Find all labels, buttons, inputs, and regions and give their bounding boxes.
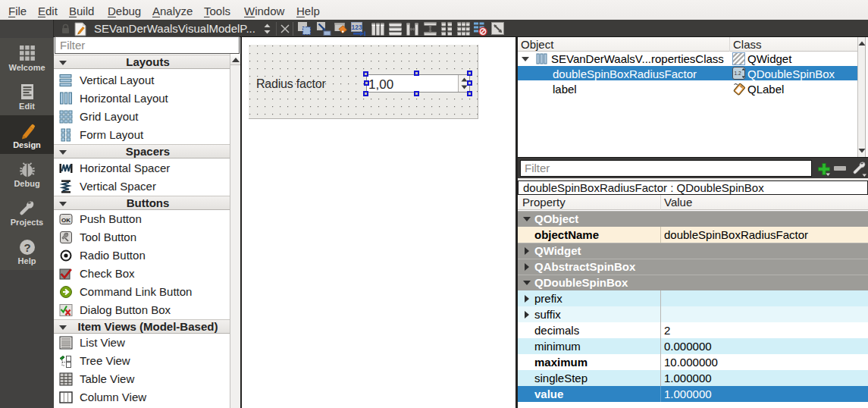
svg-text:?: ? — [24, 241, 30, 254]
svg-text:OK: OK — [61, 217, 71, 224]
svg-text:1.2: 1.2 — [735, 71, 741, 76]
svg-text:123: 123 — [352, 24, 362, 31]
